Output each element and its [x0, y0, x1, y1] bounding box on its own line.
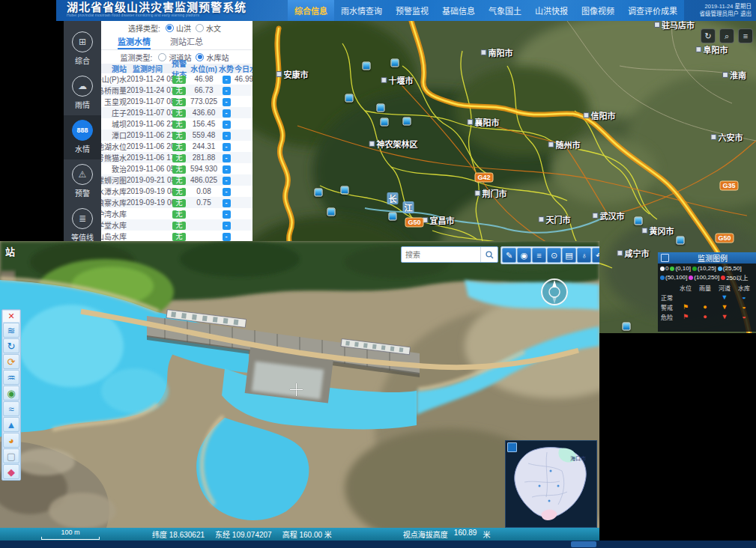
nav-item-雨水情查询[interactable]: 雨水情查询 [334, 0, 389, 21]
whirlpool-tool[interactable]: ◉ [3, 386, 19, 401]
legend-dot-icon [660, 275, 665, 280]
nav-item-图像视频[interactable]: 图像视频 [575, 0, 621, 21]
scene-toolbar: ✎◉≡⊙▤♁↶ [501, 246, 599, 264]
globe-tool[interactable]: ♁ [577, 248, 591, 263]
nav-item-综合信息[interactable]: 综合信息 [288, 0, 334, 21]
water-station-marker[interactable] [341, 186, 349, 195]
water-station-marker[interactable] [363, 62, 371, 70]
nav-item-预警监视[interactable]: 预警监视 [389, 0, 435, 21]
legend-scale-item: (100,250] [689, 274, 719, 281]
nav-item-调查评价成果[interactable]: 调查评价成果 [621, 0, 684, 21]
table-row[interactable]: 螺蛳河图2019-09-21 05无486.025- [101, 174, 252, 186]
water-trend: - [218, 75, 235, 84]
legend-scale-item: (10,25] [692, 265, 716, 272]
search-icon[interactable] [480, 247, 498, 262]
trend-steady-icon: - [223, 132, 231, 140]
table-row[interactable]: 狮子山(P)水...2019-11-24 09无46.98-46.99 [101, 73, 252, 85]
water-station-marker[interactable] [623, 323, 631, 331]
legend-collapse-icon[interactable] [661, 254, 669, 262]
nav-item-气象国土[interactable]: 气象国土 [482, 0, 528, 21]
scene-3d-viewer[interactable]: 站 ✎◉≡⊙▤♁↶ ✕ ≋↻⟳♒◉≈▲◕▢◆ [0, 241, 599, 541]
flood-wave-tool[interactable]: ≋ [3, 323, 19, 338]
water-station-marker[interactable] [327, 208, 336, 216]
water-station-marker[interactable] [345, 94, 354, 103]
search-input[interactable] [402, 251, 480, 259]
camera-tool[interactable]: ◉ [517, 248, 531, 263]
trend-steady-icon: - [223, 177, 231, 185]
draw-plot-tool[interactable]: ✎ [502, 248, 516, 263]
trend-steady-icon: - [223, 188, 231, 196]
warning-status: 无 [169, 131, 190, 140]
table-row[interactable]: 姑娘寨水库(...2019-09-19 06无0.75- [101, 197, 252, 208]
rotate-tool[interactable]: ↻ [3, 338, 19, 353]
compass-control[interactable] [538, 275, 571, 308]
table-row[interactable]: 庄子2019-11-07 03无436.60- [101, 107, 252, 118]
overview-minimap[interactable]: 海口市 [505, 440, 597, 528]
ribbon-tool[interactable]: ◆ [3, 464, 19, 479]
legend-scale-item: 0 [660, 265, 668, 272]
city-label-阜阳市: 阜阳市 [696, 43, 728, 55]
table-row[interactable]: 鸭池湖水位2019-11-06 20无244.31- [101, 141, 252, 152]
storm-swirl-tool[interactable]: ⟳ [3, 354, 19, 369]
nav-item-基础信息[interactable]: 基础信息 [435, 0, 482, 21]
water-station-marker[interactable] [635, 217, 643, 225]
nav-item-山洪快报[interactable]: 山洪快报 [528, 0, 575, 21]
table-row[interactable]: 致治2019-11-06 05无594.930- [101, 163, 252, 174]
status-badge: 无 [172, 143, 185, 151]
water-level: 559.48 [190, 131, 218, 139]
type-option-水库站[interactable]: 水库站 [196, 52, 229, 63]
legend-res-icon: ◒ [742, 294, 746, 301]
basin-tool[interactable]: ▲ [3, 417, 19, 432]
legend-dot-icon [692, 267, 697, 271]
tab-监测水情[interactable]: 监测水情 [118, 34, 151, 49]
close-icon[interactable]: ✕ [3, 311, 19, 322]
sidebar-item-综合[interactable]: ⊞综合 [64, 27, 101, 71]
minimap-toggle-icon[interactable] [507, 442, 517, 452]
legend-title-bar[interactable]: 监测图例 [658, 252, 756, 264]
image-chart-tool[interactable]: ▤ [562, 248, 576, 263]
sidebar-item-水情[interactable]: 888水情 [64, 115, 101, 159]
water-station-marker[interactable] [403, 118, 411, 126]
water-station-marker[interactable] [315, 189, 323, 197]
table-row[interactable]: 茶马桥雨量...2019-11-24 07无66.73- [101, 85, 252, 96]
layers-button[interactable]: ≡ [738, 28, 753, 43]
list-tool[interactable]: ≡ [532, 248, 546, 263]
city-marker-icon [593, 213, 599, 219]
legend-pin-icon: ⚑ [683, 304, 689, 311]
table-row[interactable]: 34号熊猫水...2019-11-06 17无281.88- [101, 152, 252, 163]
table-row[interactable]: 潭口2019-11-06 21无559.48- [101, 130, 252, 141]
splash-tool[interactable]: ≈ [3, 401, 19, 416]
table-row[interactable]: 响水潭水库(...2019-09-19 08无0.08- [101, 186, 252, 197]
filter-option-水文[interactable]: 水文 [196, 22, 221, 34]
warning-status: 无 [169, 198, 190, 207]
frame-tool[interactable]: ▢ [3, 448, 19, 463]
water-station-marker[interactable] [377, 104, 385, 112]
water-grid-tool[interactable]: ♒ [3, 370, 19, 385]
flow-path-tool[interactable]: ◕ [3, 433, 19, 448]
table-row[interactable]: 玉皇观2019-11-07 08无773.025- [101, 96, 252, 107]
legend-tri-icon: ▼ [722, 314, 728, 320]
map-search-button[interactable]: ⌕ [719, 28, 734, 43]
table-row[interactable]: 铁炉湾水库无- [101, 208, 252, 219]
sidebar-item-雨情[interactable]: ☁雨情 [64, 71, 101, 115]
water-station-marker[interactable] [389, 213, 397, 221]
table-row[interactable]: 城坝2019-11-06 22无156.45- [101, 118, 252, 130]
tab-测站汇总[interactable]: 测站汇总 [170, 34, 203, 49]
sidebar-item-label: 综合 [75, 55, 90, 66]
eye-view-tool[interactable]: ⊙ [547, 248, 561, 263]
undo-tool[interactable]: ↶ [592, 248, 599, 263]
reset-view-button[interactable]: ↻ [701, 28, 716, 43]
water-level: 244.31 [190, 142, 218, 150]
table-row[interactable]: 七山岛水库无- [101, 231, 252, 241]
water-station-marker[interactable] [677, 237, 685, 245]
legend-tri-icon: ▼ [722, 304, 728, 311]
current-user[interactable]: 省级管理员用户 退出 [699, 10, 752, 18]
sidebar-item-预警[interactable]: ⚠预警 [64, 159, 101, 204]
filter-option-山洪[interactable]: 山洪 [166, 22, 191, 34]
water-station-marker[interactable] [391, 59, 399, 67]
water-level: 486.025 [190, 176, 218, 184]
water-station-marker[interactable] [381, 118, 389, 127]
user-block[interactable]: 2019-11-24 星期日 省级管理员用户 退出 [684, 0, 756, 21]
table-row[interactable]: 学堂水库无- [101, 219, 252, 231]
scrollbar-thumb[interactable] [571, 541, 596, 547]
